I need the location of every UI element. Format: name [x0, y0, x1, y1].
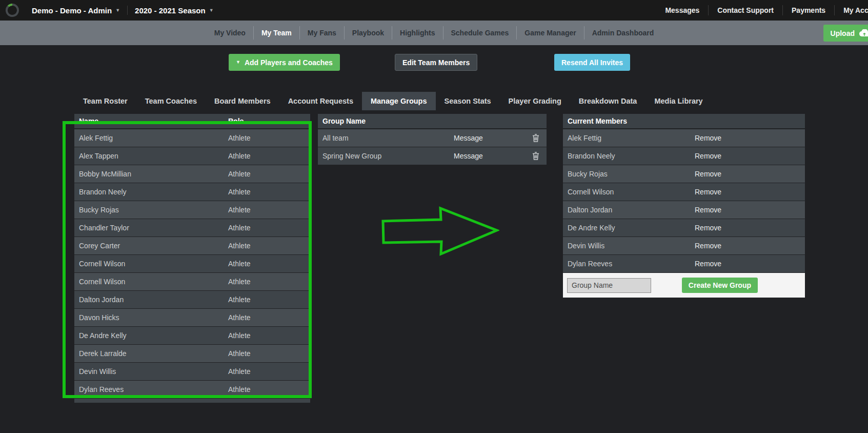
members-panel: Current Members Alek Fettig Remove Brand… [563, 114, 805, 298]
roster-row-role: Athlete [228, 206, 251, 214]
roster-row-name: Devin Willis [74, 367, 116, 376]
roster-row-role: Athlete [228, 224, 251, 232]
roster-row[interactable]: Alex Tappen Athlete [74, 147, 310, 165]
nav-item[interactable]: Game Manager [517, 26, 584, 40]
tab[interactable]: Board Members [206, 92, 279, 110]
tab[interactable]: Player Grading [500, 92, 570, 110]
org-dropdown[interactable]: Demo - Demo - Admin ▼ [32, 6, 120, 15]
nav-item[interactable]: Schedule Games [443, 26, 517, 40]
roster-row[interactable]: Davon Hicks Athlete [74, 309, 310, 326]
chevron-down-icon: ▼ [115, 8, 120, 13]
create-group-row: Create New Group [563, 273, 805, 298]
add-players-button[interactable]: ▼ Add Players and Coaches [229, 54, 340, 71]
tab[interactable]: Team Roster [74, 92, 136, 110]
member-remove-link[interactable]: Remove [695, 134, 721, 142]
member-remove-link[interactable]: Remove [695, 188, 721, 196]
member-remove-link[interactable]: Remove [695, 170, 721, 178]
divider [127, 6, 128, 15]
tab[interactable]: Account Requests [279, 92, 362, 110]
roster-row[interactable]: Cornell Wilson Athlete [74, 255, 310, 272]
tab[interactable]: Team Coaches [136, 92, 206, 110]
roster-row-name: Dylan Reeves [74, 385, 124, 393]
create-new-group-label: Create New Group [689, 281, 751, 289]
season-dropdown[interactable]: 2020 - 2021 Season ▼ [135, 6, 214, 15]
tab[interactable]: Season Stats [436, 92, 500, 110]
roster-row-role: Athlete [228, 134, 251, 142]
nav-item[interactable]: My Video [207, 26, 254, 40]
group-row-name: Spring New Group [318, 152, 381, 160]
roster-header-row: Name Role [74, 114, 310, 128]
group-name-input[interactable] [567, 278, 651, 293]
member-row-name: Cornell Wilson [563, 188, 614, 196]
roster-row-role: Athlete [228, 313, 251, 322]
group-row-name: All team [318, 134, 349, 142]
roster-row-role: Athlete [228, 385, 251, 393]
member-row-name: De Andre Kelly [563, 224, 615, 232]
member-remove-link[interactable]: Remove [695, 242, 721, 250]
topbar-link[interactable]: Payments [782, 5, 834, 15]
member-row: Dalton Jordan Remove [563, 201, 805, 219]
trash-icon [532, 154, 539, 162]
group-message-link[interactable]: Message [454, 152, 483, 160]
annotation-arrow-icon [380, 205, 499, 259]
topbar-link[interactable]: Contact Support [708, 5, 782, 15]
chevron-down-icon: ▼ [236, 60, 240, 65]
roster-row[interactable]: Elisha Bacon Athlete [74, 399, 310, 403]
member-remove-link[interactable]: Remove [695, 206, 721, 214]
topbar-links: MessagesContact SupportPaymentsMy Accoun… [656, 5, 868, 15]
member-remove-link[interactable]: Remove [695, 224, 721, 232]
group-row[interactable]: Spring New Group Message [318, 147, 547, 165]
roster-row[interactable]: Alek Fettig Athlete [74, 129, 310, 147]
roster-row[interactable]: Devin Willis Athlete [74, 363, 310, 380]
chevron-down-icon: ▼ [209, 8, 214, 13]
roster-row[interactable]: Brandon Neely Athlete [74, 183, 310, 201]
tab[interactable]: Manage Groups [362, 92, 436, 110]
delete-group-button[interactable] [532, 152, 539, 160]
edit-team-members-button[interactable]: Edit Team Members [395, 54, 477, 71]
nav-item[interactable]: Highlights [392, 26, 443, 40]
roster-row-name: Cornell Wilson [74, 278, 125, 286]
upload-button-label: Upload [831, 29, 855, 37]
groups-list: All team Message Spring New Group Messag… [318, 129, 547, 165]
nav-item[interactable]: My Team [254, 26, 300, 40]
member-row-name: Dalton Jordan [563, 206, 612, 214]
member-remove-link[interactable]: Remove [695, 152, 721, 160]
member-row-name: Bucky Rojas [563, 170, 608, 178]
member-row: Bucky Rojas Remove [563, 165, 805, 183]
nav-item[interactable]: Admin Dashboard [584, 26, 662, 40]
group-row[interactable]: All team Message [318, 129, 547, 147]
member-row-name: Devin Willis [563, 242, 604, 250]
member-row: Cornell Wilson Remove [563, 183, 805, 201]
tab[interactable]: Media Library [645, 92, 711, 110]
roster-row-role: Athlete [228, 242, 251, 250]
roster-row[interactable]: De Andre Kelly Athlete [74, 327, 310, 344]
member-remove-link[interactable]: Remove [695, 260, 721, 268]
tab[interactable]: Breakdown Data [570, 92, 646, 110]
roster-row[interactable]: Dylan Reeves Athlete [74, 381, 310, 398]
nav-item[interactable]: My Fans [300, 26, 345, 40]
roster-row[interactable]: Dalton Jordan Athlete [74, 291, 310, 308]
topbar-link[interactable]: My Account [834, 5, 868, 15]
roster-row[interactable]: Chandler Taylor Athlete [74, 219, 310, 237]
group-message-link[interactable]: Message [454, 134, 483, 142]
create-new-group-button[interactable]: Create New Group [682, 278, 758, 293]
roster-row-name: Brandon Neely [74, 188, 127, 196]
upload-button[interactable]: Upload [823, 25, 868, 42]
roster-row-name: Cornell Wilson [74, 260, 125, 268]
delete-group-button[interactable] [532, 134, 539, 142]
roster-row[interactable]: Cornell Wilson Athlete [74, 273, 310, 290]
roster-row[interactable]: Derek Larralde Athlete [74, 345, 310, 362]
page: Demo - Demo - Admin ▼ 2020 - 2021 Season… [0, 0, 868, 433]
roster-row[interactable]: Bucky Rojas Athlete [74, 201, 310, 219]
topbar-link[interactable]: Messages [656, 5, 708, 15]
main-nav: My VideoMy TeamMy FansPlaybookHighlights… [0, 21, 868, 45]
roster-list[interactable]: Alek Fettig Athlete Alex Tappen Athlete … [74, 129, 310, 403]
tab-bar: Team RosterTeam CoachesBoard MembersAcco… [74, 92, 712, 110]
season-dropdown-label: 2020 - 2021 Season [135, 6, 206, 15]
member-row: Dylan Reeves Remove [563, 255, 805, 272]
resend-invites-button[interactable]: Resend All Invites [554, 54, 630, 71]
roster-row-role: Athlete [228, 331, 251, 340]
nav-item[interactable]: Playbook [345, 26, 392, 40]
roster-row[interactable]: Corey Carter Athlete [74, 237, 310, 254]
roster-row[interactable]: Bobby McMillian Athlete [74, 165, 310, 183]
